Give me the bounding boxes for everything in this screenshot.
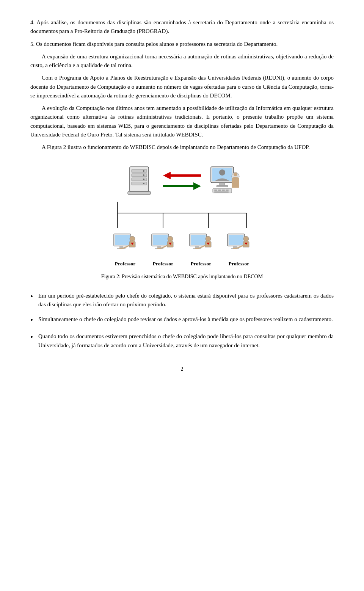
- svg-rect-37: [153, 235, 168, 245]
- paragraph-4: Com o Programa de Apoio a Planos de Rees…: [30, 74, 334, 100]
- svg-rect-47: [229, 235, 243, 245]
- svg-rect-21: [226, 190, 229, 191]
- arrow-left-red: [163, 171, 201, 180]
- figure-2: Professor Professor: [30, 164, 334, 285]
- professors-row: Professor Professor: [112, 232, 252, 268]
- bullet-dot-1: •: [30, 291, 33, 303]
- figure-caption: Figura 2: Previsão sistemática do WEBDIS…: [101, 273, 263, 281]
- paragraph-2: 5. Os documentos ficam disponíveis para …: [30, 40, 334, 49]
- professor-label-3: Professor: [191, 260, 211, 268]
- paragraph-5: A evolução da Computação nos últimos ano…: [30, 104, 334, 139]
- svg-marker-11: [163, 182, 201, 190]
- paragraph-6: A Figura 2 ilustra o funcionamento do WE…: [30, 143, 334, 152]
- diagram-area: Professor Professor: [76, 164, 288, 268]
- arrow-right-green: [163, 182, 201, 190]
- computer-icon: [208, 164, 242, 198]
- svg-point-5: [143, 170, 144, 172]
- bullet-dot-2: •: [30, 314, 33, 326]
- bullet-text-3: Quando todo os documentos estiverem pree…: [38, 332, 334, 350]
- svg-point-7: [143, 179, 144, 180]
- server-icon: [122, 164, 156, 198]
- arrows-container: [163, 171, 201, 190]
- svg-point-6: [143, 174, 144, 176]
- professor-label-2: Professor: [153, 260, 173, 268]
- svg-rect-20: [222, 190, 225, 191]
- bullet-section: • Em um período pré-estabelecido pelo ch…: [30, 292, 334, 350]
- bullet-item-1: • Em um período pré-estabelecido pelo ch…: [30, 292, 334, 309]
- svg-point-14: [219, 169, 225, 176]
- page-number: 2: [30, 365, 334, 373]
- paragraph-3: A expansão de uma estrutura organizacion…: [30, 52, 334, 70]
- svg-rect-9: [128, 191, 151, 194]
- svg-point-24: [234, 172, 237, 176]
- svg-rect-19: [218, 190, 221, 191]
- professor-item-3: Professor: [188, 232, 214, 268]
- paragraph-1: 4. Após análise, os documentos das disci…: [30, 18, 334, 36]
- svg-rect-18: [214, 190, 217, 191]
- svg-rect-32: [115, 235, 130, 245]
- diagram-top-row: [122, 164, 242, 198]
- professor-item-2: Professor: [150, 232, 176, 268]
- svg-rect-42: [191, 235, 206, 245]
- bullet-dot-3: •: [30, 331, 33, 343]
- bullet-text-1: Em um período pré-estabelecido pelo chef…: [38, 292, 334, 309]
- professor-item-1: Professor: [112, 232, 138, 268]
- professor-item-4: Professor: [226, 232, 252, 268]
- bullet-item-2: • Simultaneamente o chefe do colegiado p…: [30, 315, 334, 326]
- bullet-text-2: Simultaneamente o chefe do colegiado pod…: [38, 315, 334, 324]
- svg-rect-22: [214, 191, 229, 193]
- main-content: 4. Após análise, os documentos das disci…: [30, 18, 334, 350]
- professor-label-4: Professor: [229, 260, 249, 268]
- connector-lines: [87, 202, 277, 228]
- svg-rect-16: [217, 185, 228, 187]
- svg-marker-10: [163, 172, 201, 179]
- svg-point-8: [143, 183, 144, 184]
- bullet-item-3: • Quando todo os documentos estiverem pr…: [30, 332, 334, 350]
- professor-label-1: Professor: [115, 260, 135, 268]
